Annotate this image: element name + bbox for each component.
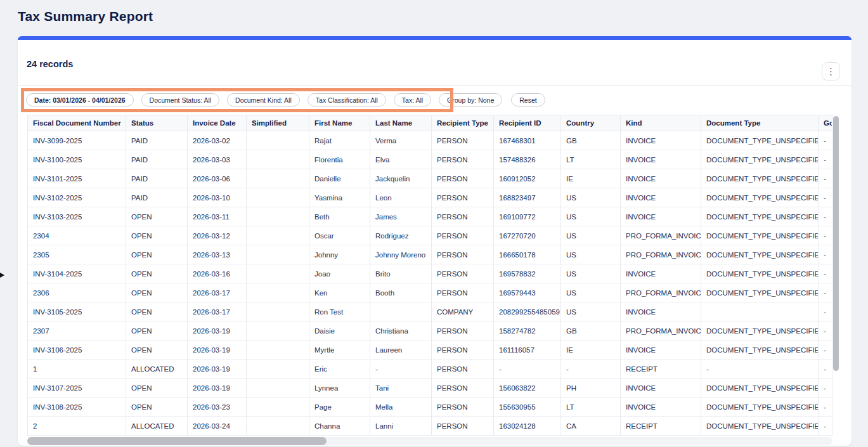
table-cell: DOCUMENT_TYPE_UNSPECIFIED	[701, 283, 819, 302]
table-row[interactable]: INV-3103-2025OPEN2026-03-11BethJamesPERS…	[28, 207, 832, 226]
table-cell: PERSON	[432, 417, 494, 436]
table-cell: OPEN	[126, 226, 188, 245]
column-header-1: Status	[126, 115, 188, 131]
vertical-scrollbar-thumb[interactable]	[833, 116, 839, 371]
table-cell: Beth	[309, 207, 370, 226]
table-cell: IE	[561, 169, 621, 188]
table-cell: 2026-03-19	[188, 360, 247, 379]
table-cell: PAID	[126, 169, 188, 188]
table-cell: 2306	[28, 283, 126, 302]
table-row[interactable]: INV-3108-2025OPEN2026-03-23PageMellaPERS…	[28, 398, 832, 417]
table-cell: OPEN	[126, 245, 188, 264]
table-cell: Booth	[370, 283, 432, 302]
table-cell	[247, 283, 309, 302]
table-row[interactable]: 2304OPEN2026-03-12OscarRodriguezPERSON16…	[28, 226, 832, 245]
table-cell: IE	[561, 340, 621, 360]
table-row[interactable]: INV-3104-2025OPEN2026-03-16JoaoBritoPERS…	[28, 264, 832, 283]
filter-chip-0[interactable]: Date: 03/01/2026 - 04/01/2026	[26, 93, 134, 107]
table-cell: PERSON	[432, 131, 494, 150]
table-cell: US	[561, 207, 621, 226]
table-row[interactable]: INV-3107-2025OPEN2026-03-19LynneaTaniPER…	[28, 379, 832, 398]
table-cell: INVOICE	[621, 150, 701, 169]
table-cell: Yasmina	[309, 188, 370, 207]
table-cell: 157488326	[494, 150, 561, 169]
table-cell: James	[370, 207, 432, 226]
column-header-0: Fiscal Document Number	[28, 115, 126, 131]
table-cell: INV-3102-2025	[28, 188, 126, 207]
table-cell: 156063822	[494, 379, 561, 398]
table-cell: PERSON	[432, 360, 494, 379]
table-cell: DOCUMENT_TYPE_UNSPECIFIED	[701, 340, 819, 360]
table-cell: -	[819, 245, 832, 264]
column-header-3: Simplified	[247, 115, 309, 131]
table-cell: Daisie	[309, 321, 370, 340]
table-cell: -	[561, 360, 621, 379]
table-cell: GB	[561, 321, 621, 340]
table-cell: Florentia	[309, 150, 370, 169]
table-cell	[247, 417, 309, 436]
column-header-10: Document Type	[701, 115, 819, 131]
table-cell: INVOICE	[621, 340, 701, 360]
table-cell: 2026-03-19	[188, 340, 247, 360]
table-cell: PERSON	[432, 379, 494, 398]
table-row[interactable]: 2ALLOCATED2026-03-24ChannaLanniPERSON163…	[28, 417, 832, 436]
table-cell: PAID	[126, 150, 188, 169]
table-row[interactable]: INV-3102-2025PAID2026-03-10YasminaLeonPE…	[28, 188, 832, 207]
table-cell: Page	[309, 398, 370, 417]
table-cell: OPEN	[126, 207, 188, 226]
table-cell	[247, 302, 309, 321]
table-cell: PERSON	[432, 321, 494, 340]
table-cell: -	[819, 207, 832, 226]
table-cell: INVOICE	[621, 264, 701, 283]
table-cell: Jackquelin	[370, 169, 432, 188]
table-header-row: Fiscal Document NumberStatusInvoice Date…	[28, 115, 832, 131]
table-row[interactable]: INV-3099-2025PAID2026-03-02RajatVermaPER…	[28, 131, 832, 150]
filter-chip-1[interactable]: Document Status: All	[141, 93, 219, 107]
report-card: 24 records ⋮ Date: 03/01/2026 - 04/01/20…	[18, 36, 852, 446]
more-options-button[interactable]: ⋮	[822, 62, 840, 81]
column-header-6: Recipient Type	[432, 115, 494, 131]
reset-filters-button[interactable]: Reset	[511, 93, 545, 107]
table-row[interactable]: 2306OPEN2026-03-17KenBoothPERSON16957944…	[28, 283, 832, 302]
table-cell	[247, 131, 309, 150]
table-cell: -	[819, 283, 832, 302]
table-cell: PERSON	[432, 245, 494, 264]
table-cell: -	[819, 302, 832, 321]
table-cell: -	[819, 131, 832, 150]
filter-chip-3[interactable]: Tax Classification: All	[308, 93, 386, 107]
table-cell: PERSON	[432, 188, 494, 207]
table-cell: PERSON	[432, 283, 494, 302]
table-cell: 2307	[28, 321, 126, 340]
table-row[interactable]: 2305OPEN2026-03-13JohnnyJohnny MorenoPER…	[28, 245, 832, 264]
table-cell: 2026-03-19	[188, 321, 247, 340]
filter-chip-2[interactable]: Document Kind: All	[227, 93, 300, 107]
table-cell: OPEN	[126, 264, 188, 283]
table-cell: Rajat	[309, 131, 370, 150]
table-row[interactable]: INV-3101-2025PAID2026-03-06DanielleJackq…	[28, 169, 832, 188]
filter-chip-5[interactable]: Group by: None	[439, 93, 502, 107]
horizontal-scrollbar-track[interactable]	[27, 437, 832, 445]
table-row[interactable]: INV-3105-2025OPEN2026-03-17Ron TestCOMPA…	[28, 302, 832, 321]
table-cell: COMPANY	[432, 302, 494, 321]
table-cell: RECEIPT	[621, 360, 701, 379]
report-table: Fiscal Document NumberStatusInvoice Date…	[27, 115, 832, 436]
table-cell: -	[819, 417, 832, 436]
table-row[interactable]: 1ALLOCATED2026-03-19Eric-PERSON--RECEIPT…	[28, 360, 832, 379]
header-divider	[18, 85, 852, 86]
report-table-container: Fiscal Document NumberStatusInvoice Date…	[27, 115, 832, 436]
table-cell: OPEN	[126, 398, 188, 417]
column-header-2: Invoice Date	[188, 115, 247, 131]
table-row[interactable]: 2307OPEN2026-03-19DaisieChristianaPERSON…	[28, 321, 832, 340]
table-cell: -	[819, 150, 832, 169]
filter-chip-4[interactable]: Tax: All	[394, 93, 431, 107]
table-cell: 169109772	[494, 207, 561, 226]
table-row[interactable]: INV-3106-2025OPEN2026-03-19MyrtleLaureen…	[28, 340, 832, 360]
table-cell: Mella	[370, 398, 432, 417]
table-cell: 160912052	[494, 169, 561, 188]
table-row[interactable]: INV-3100-2025PAID2026-03-03FlorentiaElva…	[28, 150, 832, 169]
horizontal-scrollbar-thumb[interactable]	[27, 437, 327, 445]
table-cell: DOCUMENT_TYPE_UNSPECIFIED	[701, 169, 819, 188]
table-cell: PRO_FORMA_INVOICE	[621, 226, 701, 245]
table-cell: INVOICE	[621, 169, 701, 188]
table-cell: 169579443	[494, 283, 561, 302]
